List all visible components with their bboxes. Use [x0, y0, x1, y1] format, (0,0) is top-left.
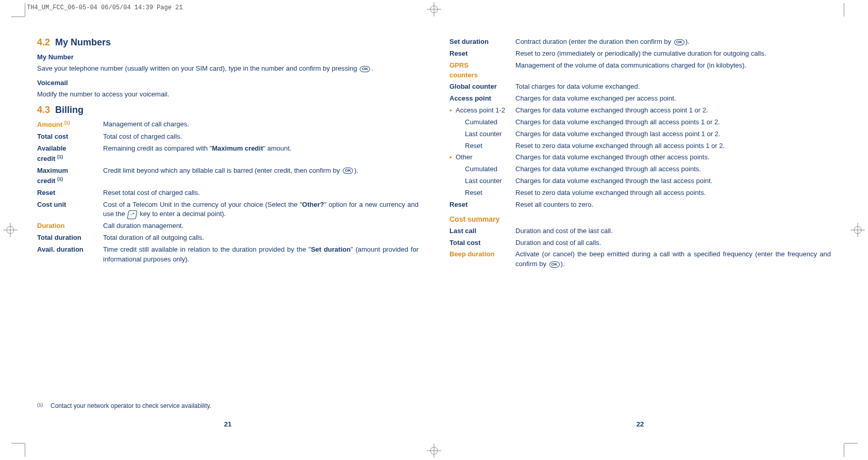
cost-summary-heading: Cost summary — [449, 215, 831, 223]
crop-mark — [11, 443, 25, 443]
row-reset: Reset Reset total cost of charged calls. — [37, 188, 419, 198]
section-4-3-heading: 4.3Billing — [37, 105, 419, 116]
ok-icon: OK — [343, 168, 353, 174]
voicemail-paragraph: Modify the number to access your voicema… — [37, 90, 419, 100]
row-ap12-cumulated: Cumulated Charges for data volume exchan… — [449, 118, 831, 127]
crop-mark — [11, 17, 25, 17]
my-number-subhead: My Number — [37, 53, 419, 61]
row-available-credit: Availablecredit (1) Remaining credit as … — [37, 144, 419, 164]
row-maximum-credit: Maximumcredit (1) Credit limit beyond wh… — [37, 166, 419, 186]
row-total-duration: Total duration Total duration of all out… — [37, 233, 419, 243]
registration-mark-icon — [427, 443, 441, 458]
row-last-call: Last call Duration and cost of the last … — [449, 226, 831, 236]
row-avail-duration: Avail. duration Time credit still availa… — [37, 245, 419, 265]
row-other: • Other Charges for data volume exchange… — [449, 153, 831, 162]
row-ap12-reset: Reset Reset to zero data volume exchange… — [449, 141, 831, 151]
row-access-point-1-2: • Access point 1-2 Charges for data volu… — [449, 106, 831, 116]
crop-mark — [844, 443, 844, 457]
page-number: 21 — [37, 420, 419, 428]
registration-mark-icon — [427, 2, 441, 17]
registration-mark-icon — [3, 223, 18, 237]
row-global-counter: Global counter Total charges for data vo… — [449, 82, 831, 92]
row-duration: Duration Call duration management. — [37, 221, 419, 231]
registration-mark-icon — [850, 223, 865, 237]
my-number-paragraph: Save your telephone number (usually writ… — [37, 64, 419, 74]
row-total-cost-summary: Total cost Duration and cost of all call… — [449, 238, 831, 248]
ok-icon: OK — [674, 39, 685, 45]
section-4-2-heading: 4.2My Numbers — [37, 37, 419, 48]
page-22: Set duration Contract duration (enter th… — [449, 30, 831, 430]
row-gprs-counters: GPRScounters Management of the volume of… — [449, 61, 831, 80]
crop-mark — [844, 3, 844, 17]
keypad-icon: ▫* — [127, 210, 138, 219]
footnote: (1) Contact your network operator to che… — [37, 402, 419, 409]
page-number: 22 — [449, 420, 831, 428]
row-set-duration: Set duration Contract duration (enter th… — [449, 37, 831, 47]
row-beep-duration: Beep duration Activate (or cancel) the b… — [449, 250, 831, 269]
row-access-point: Access point Charges for data volume exc… — [449, 94, 831, 104]
row-total-cost: Total cost Total cost of charged calls. — [37, 132, 419, 142]
row-amount: Amount (1) Management of call charges. — [37, 120, 419, 130]
page-21: 4.2My Numbers My Number Save your teleph… — [37, 30, 419, 430]
crop-mark — [844, 443, 858, 443]
row-reset-duration: Reset Reset to zero (immediately or peri… — [449, 49, 831, 59]
ok-icon: OK — [360, 66, 370, 72]
voicemail-subhead: Voicemail — [37, 79, 419, 87]
row-other-last-counter: Last counter Charges for data volume exc… — [449, 176, 831, 186]
row-other-cumulated: Cumulated Charges for data volume exchan… — [449, 165, 831, 174]
crop-mark — [25, 3, 25, 17]
crop-mark — [25, 443, 25, 457]
row-cost-unit: Cost unit Cost of a Telecom Unit in the … — [37, 200, 419, 220]
row-ap12-last-counter: Last counter Charges for data volume exc… — [449, 129, 831, 139]
ok-icon: OK — [549, 261, 560, 268]
row-other-reset: Reset Reset to zero data volume exchange… — [449, 188, 831, 198]
row-reset-all: Reset Reset all counters to zero. — [449, 200, 831, 210]
